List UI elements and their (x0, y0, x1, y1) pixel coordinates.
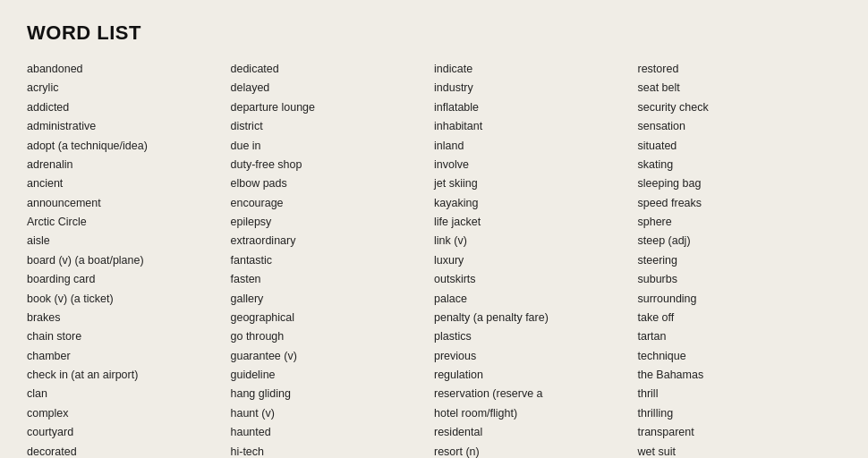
word-item: go through (231, 328, 435, 345)
column-2: dedicateddelayeddeparture loungedistrict… (231, 61, 435, 458)
word-item: abandoned (27, 61, 231, 78)
word-item: addicted (27, 99, 231, 116)
word-item: transparent (638, 424, 842, 441)
word-item: inhabitant (434, 118, 638, 135)
word-item: life jacket (434, 214, 638, 231)
word-item: suburbs (638, 271, 842, 288)
word-item: take off (638, 310, 842, 327)
word-item: elbow pads (231, 175, 435, 192)
word-item: chamber (27, 348, 231, 365)
word-item: duty-free shop (231, 157, 435, 174)
word-item: skating (638, 157, 842, 174)
word-item: fasten (231, 271, 435, 288)
word-item: jet skiing (434, 175, 638, 192)
word-item: administrative (27, 118, 231, 135)
word-item: announcement (27, 195, 231, 212)
word-item: brakes (27, 310, 231, 327)
word-item: chain store (27, 328, 231, 345)
word-item: security check (638, 99, 842, 116)
page-title: WORD LIST (27, 21, 841, 45)
word-item: complex (27, 405, 231, 422)
word-item: inflatable (434, 99, 638, 116)
word-item: sphere (638, 214, 842, 231)
word-item: speed freaks (638, 195, 842, 212)
word-item: guideline (231, 367, 435, 384)
word-item: adrenalin (27, 157, 231, 174)
word-item: dedicated (231, 61, 435, 78)
word-item: inland (434, 138, 638, 155)
word-item: acrylic (27, 80, 231, 97)
word-item: industry (434, 80, 638, 97)
word-item: extraordinary (231, 233, 435, 250)
word-item: sensation (638, 118, 842, 135)
word-item: regulation (434, 367, 638, 384)
word-item: aisle (27, 233, 231, 250)
word-item: link (v) (434, 233, 638, 250)
word-item: penalty (a penalty fare) (434, 310, 638, 327)
word-item: surrounding (638, 291, 842, 308)
word-item: boarding card (27, 271, 231, 288)
word-item: outskirts (434, 271, 638, 288)
page-container: WORD LIST abandonedacrylicaddictedadmini… (0, 0, 868, 458)
word-item: plastics (434, 328, 638, 345)
word-item: hotel room/flight) (434, 405, 638, 422)
word-item: clan (27, 386, 231, 403)
word-item: palace (434, 291, 638, 308)
word-item: epilepsy (231, 214, 435, 231)
word-item: book (v) (a ticket) (27, 291, 231, 308)
word-item: restored (638, 61, 842, 78)
word-item: tartan (638, 328, 842, 345)
word-item: involve (434, 157, 638, 174)
word-item: steering (638, 252, 842, 269)
word-item: ancient (27, 175, 231, 192)
word-item: decorated (27, 444, 231, 459)
word-item: due in (231, 138, 435, 155)
column-1: abandonedacrylicaddictedadministrativead… (27, 61, 231, 458)
word-columns: abandonedacrylicaddictedadministrativead… (27, 61, 841, 458)
word-item: gallery (231, 291, 435, 308)
word-item: kayaking (434, 195, 638, 212)
word-item: the Bahamas (638, 367, 842, 384)
word-item: delayed (231, 80, 435, 97)
word-item: hi-tech (231, 444, 435, 459)
word-item: technique (638, 348, 842, 365)
word-item: reservation (reserve a (434, 386, 638, 403)
word-item: haunt (v) (231, 405, 435, 422)
word-item: hang gliding (231, 386, 435, 403)
word-item: haunted (231, 424, 435, 441)
word-item: residental (434, 424, 638, 441)
word-item: geographical (231, 310, 435, 327)
word-item: fantastic (231, 252, 435, 269)
column-3: indicateindustryinflatableinhabitantinla… (434, 61, 638, 458)
word-item: indicate (434, 61, 638, 78)
word-item: Arctic Circle (27, 214, 231, 231)
word-item: departure lounge (231, 99, 435, 116)
word-item: thrilling (638, 405, 842, 422)
word-item: previous (434, 348, 638, 365)
word-item: steep (adj) (638, 233, 842, 250)
column-4: restoredseat beltsecurity checksensation… (638, 61, 842, 458)
word-item: board (v) (a boat/plane) (27, 252, 231, 269)
word-item: thrill (638, 386, 842, 403)
word-item: resort (n) (434, 444, 638, 459)
word-item: guarantee (v) (231, 348, 435, 365)
word-item: adopt (a technique/idea) (27, 138, 231, 155)
word-item: wet suit (638, 444, 842, 459)
word-item: check in (at an airport) (27, 367, 231, 384)
word-item: courtyard (27, 424, 231, 441)
word-item: district (231, 118, 435, 135)
word-item: situated (638, 138, 842, 155)
word-item: luxury (434, 252, 638, 269)
word-item: sleeping bag (638, 175, 842, 192)
word-item: seat belt (638, 80, 842, 97)
word-item: encourage (231, 195, 435, 212)
